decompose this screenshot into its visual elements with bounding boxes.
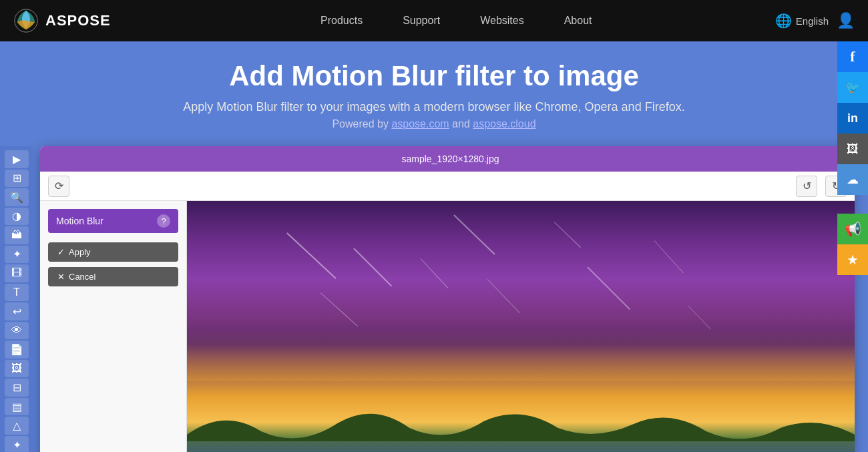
sidebar-layers[interactable]: ▤ xyxy=(5,398,29,416)
undo-button[interactable]: ↺ xyxy=(796,176,817,197)
linkedin-icon: in xyxy=(847,111,858,126)
sidebar-sparkle[interactable]: ✦ xyxy=(5,436,29,452)
nav-links: Products Support Websites About xyxy=(138,15,775,27)
hero-section: Add Motion Blur filter to image Apply Mo… xyxy=(0,41,868,146)
apply-button[interactable]: ✓ Apply xyxy=(48,242,178,262)
filter-panel: Motion Blur ? ✓ Apply ✕ Cancel xyxy=(40,201,187,452)
x-icon: ✕ xyxy=(57,272,65,282)
filter-title-bar: Motion Blur ? xyxy=(48,209,178,233)
language-button[interactable]: 🌐 English xyxy=(775,13,829,29)
nav-right: 🌐 English 👤 xyxy=(775,12,855,29)
hero-title: Add Motion Blur filter to image xyxy=(13,60,855,92)
sidebar-image-fx[interactable]: ✦ xyxy=(5,246,29,264)
filter-help-button[interactable]: ? xyxy=(157,214,170,228)
brand-logo[interactable]: ASPOSE xyxy=(13,8,111,33)
user-icon[interactable]: 👤 xyxy=(837,12,855,29)
undo-icon: ↺ xyxy=(803,180,811,192)
brand-name: ASPOSE xyxy=(45,12,111,29)
twitter-button[interactable]: 🐦 xyxy=(837,72,868,103)
tool-area: ▶ ⊞ 🔍 ◑ 🏔 ✦ 🎞 T ↩ 👁 📄 🖼 ⊟ ▤ △ ✦ 👤 sample… xyxy=(0,146,868,452)
nav-about[interactable]: About xyxy=(564,15,592,27)
sidebar-text[interactable]: T xyxy=(5,284,29,302)
image-canvas xyxy=(187,201,855,452)
site1-link[interactable]: aspose.com xyxy=(391,118,449,130)
sidebar-transform[interactable]: ⊞ xyxy=(5,170,29,188)
editor-filename: sample_1920×1280.jpg xyxy=(402,154,499,164)
sidebar-mountain[interactable]: △ xyxy=(5,417,29,435)
announce-button[interactable]: 📢 xyxy=(837,214,868,244)
sidebar-grid[interactable]: ⊟ xyxy=(5,379,29,397)
language-label: English xyxy=(796,15,829,27)
star-icon: ★ xyxy=(847,252,859,268)
editor-container: sample_1920×1280.jpg ✕ ⟳ ↺ ↻ xyxy=(33,146,868,452)
cancel-button[interactable]: ✕ Cancel xyxy=(48,267,178,286)
editor-toolbar: ⟳ ↺ ↻ xyxy=(40,172,855,201)
star-button[interactable]: ★ xyxy=(837,244,868,275)
facebook-icon: f xyxy=(850,48,855,65)
powered-by: Powered by aspose.com and aspose.cloud xyxy=(13,118,855,130)
checkmark-icon: ✓ xyxy=(57,247,65,257)
right-sidebar: f 🐦 in 🖼 ☁ 📢 ★ xyxy=(837,41,868,275)
sidebar-back[interactable]: ↩ xyxy=(5,302,29,320)
nav-websites[interactable]: Websites xyxy=(480,15,524,27)
facebook-button[interactable]: f xyxy=(837,41,868,72)
linkedin-button[interactable]: in xyxy=(837,103,868,134)
sidebar-color[interactable]: ◑ xyxy=(5,208,29,226)
announce-icon: 📢 xyxy=(845,221,861,237)
sidebar-document[interactable]: 📄 xyxy=(5,341,29,359)
sidebar-gallery[interactable]: 🖼 xyxy=(5,360,29,378)
nav-products[interactable]: Products xyxy=(320,15,363,27)
reset-button[interactable]: ⟳ xyxy=(48,176,69,197)
reset-icon: ⟳ xyxy=(55,180,63,192)
cloud-icon: ☁ xyxy=(847,172,859,187)
nav-support[interactable]: Support xyxy=(403,15,440,27)
navbar: ASPOSE Products Support Websites About 🌐… xyxy=(0,0,868,41)
sidebar-film[interactable]: 🎞 xyxy=(5,264,29,282)
editor-titlebar: sample_1920×1280.jpg ✕ xyxy=(40,146,855,172)
editor-body: Motion Blur ? ✓ Apply ✕ Cancel xyxy=(40,201,855,452)
image-share-icon: 🖼 xyxy=(847,142,859,156)
globe-icon: 🌐 xyxy=(775,13,792,29)
cloud-button[interactable]: ☁ xyxy=(837,164,868,195)
editor-panel: sample_1920×1280.jpg ✕ ⟳ ↺ ↻ xyxy=(40,146,855,452)
site2-link[interactable]: aspose.cloud xyxy=(473,118,535,130)
sidebar-arrow-right[interactable]: ▶ xyxy=(5,150,29,168)
left-sidebar: ▶ ⊞ 🔍 ◑ 🏔 ✦ 🎞 T ↩ 👁 📄 🖼 ⊟ ▤ △ ✦ 👤 xyxy=(0,146,33,452)
image-share-button[interactable]: 🖼 xyxy=(837,134,868,164)
filter-name: Motion Blur xyxy=(56,216,103,226)
hero-subtitle: Apply Motion Blur filter to your images … xyxy=(13,100,855,114)
sidebar-zoom[interactable]: 🔍 xyxy=(5,188,29,206)
sidebar-landscape[interactable]: 🏔 xyxy=(5,226,29,244)
image-preview xyxy=(187,201,855,452)
sidebar-eye[interactable]: 👁 xyxy=(5,322,29,340)
twitter-icon: 🐦 xyxy=(845,80,860,95)
